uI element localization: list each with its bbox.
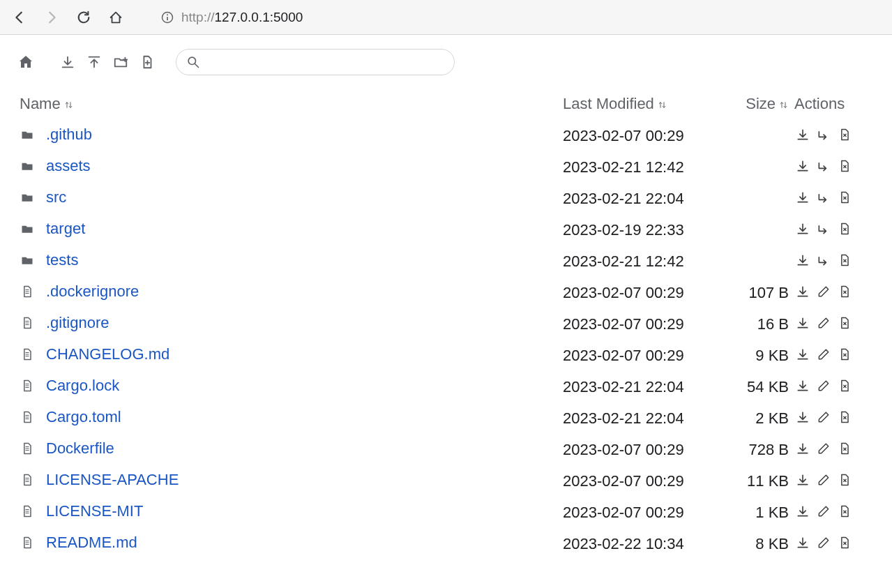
delete-button[interactable]: [836, 126, 853, 143]
delete-button[interactable]: [836, 315, 853, 331]
delete-button[interactable]: [836, 440, 853, 457]
sort-icon: [657, 100, 667, 110]
edit-button[interactable]: [815, 315, 832, 331]
table-row: LICENSE-MIT2023-02-07 00:291 KB: [17, 497, 875, 528]
col-header-size[interactable]: Size: [727, 95, 792, 120]
delete-button[interactable]: [836, 220, 853, 237]
modified-cell: 2023-02-21 12:42: [560, 151, 727, 183]
file-icon: [20, 315, 35, 331]
name-cell: .github: [17, 120, 560, 151]
file-icon: [20, 472, 35, 488]
download-button[interactable]: [794, 126, 811, 143]
forward-button[interactable]: [42, 8, 61, 27]
delete-button[interactable]: [836, 534, 853, 551]
name-cell: CHANGELOG.md: [17, 340, 560, 371]
download-button[interactable]: [794, 315, 811, 331]
file-link[interactable]: CHANGELOG.md: [20, 345, 169, 363]
download-button[interactable]: [794, 377, 811, 394]
edit-button[interactable]: [815, 503, 832, 520]
delete-button[interactable]: [836, 377, 853, 394]
size-cell: 2 KB: [727, 402, 792, 434]
size-cell: 54 KB: [727, 371, 792, 402]
address-bar[interactable]: http://127.0.0.1:5000: [152, 6, 870, 29]
size-cell: 16 B: [727, 308, 792, 340]
table-row: Cargo.toml2023-02-21 22:042 KB: [17, 402, 875, 434]
delete-button[interactable]: [836, 346, 853, 363]
delete-button[interactable]: [836, 472, 853, 488]
download-button[interactable]: [794, 472, 811, 488]
move-button[interactable]: [815, 252, 832, 269]
file-link[interactable]: .github: [20, 126, 92, 144]
home-button[interactable]: [106, 8, 126, 27]
edit-button[interactable]: [815, 283, 832, 300]
size-cell: 107 B: [727, 277, 792, 308]
modified-cell: 2023-02-07 00:29: [560, 434, 727, 465]
edit-button[interactable]: [815, 409, 832, 425]
home-link[interactable]: [17, 53, 35, 71]
modified-cell: 2023-02-21 12:42: [560, 246, 727, 277]
file-name: target: [46, 220, 85, 238]
file-link[interactable]: LICENSE-MIT: [20, 502, 143, 520]
new-folder-button[interactable]: [112, 53, 130, 71]
col-header-name[interactable]: Name: [17, 95, 560, 120]
edit-button[interactable]: [815, 440, 832, 457]
file-link[interactable]: Cargo.lock: [20, 377, 119, 395]
move-button[interactable]: [815, 126, 832, 143]
download-button[interactable]: [794, 346, 811, 363]
delete-button[interactable]: [836, 189, 853, 206]
search-icon: [186, 55, 200, 69]
download-button[interactable]: [794, 252, 811, 269]
download-button[interactable]: [794, 158, 811, 174]
file-link[interactable]: src: [20, 188, 66, 206]
file-link[interactable]: Cargo.toml: [20, 408, 121, 426]
modified-cell: 2023-02-21 22:04: [560, 371, 727, 402]
reload-button[interactable]: [74, 8, 93, 27]
download-button[interactable]: [794, 189, 811, 206]
file-link[interactable]: target: [20, 220, 85, 238]
actions-cell: [792, 465, 875, 497]
file-link[interactable]: .gitignore: [20, 314, 109, 332]
delete-button[interactable]: [836, 283, 853, 300]
file-link[interactable]: LICENSE-APACHE: [20, 471, 179, 489]
name-cell: src: [17, 183, 560, 214]
upload-button[interactable]: [85, 53, 103, 71]
site-info-icon[interactable]: [160, 10, 174, 24]
col-header-modified[interactable]: Last Modified: [560, 95, 727, 120]
new-file-button[interactable]: [138, 53, 156, 71]
file-link[interactable]: tests: [20, 251, 78, 269]
table-row: target2023-02-19 22:33: [17, 214, 875, 246]
actions-cell: [792, 183, 875, 214]
move-button[interactable]: [815, 189, 832, 206]
back-button[interactable]: [10, 8, 29, 27]
file-link[interactable]: Dockerfile: [20, 439, 114, 458]
file-icon: [20, 284, 35, 299]
move-button[interactable]: [815, 220, 832, 237]
download-button[interactable]: [794, 534, 811, 551]
edit-button[interactable]: [815, 534, 832, 551]
table-row: tests2023-02-21 12:42: [17, 246, 875, 277]
size-cell: 728 B: [727, 434, 792, 465]
download-all-button[interactable]: [59, 53, 77, 71]
delete-button[interactable]: [836, 409, 853, 425]
download-button[interactable]: [794, 503, 811, 520]
file-link[interactable]: assets: [20, 157, 91, 175]
download-button[interactable]: [794, 220, 811, 237]
size-cell: 1 KB: [727, 497, 792, 528]
edit-button[interactable]: [815, 346, 832, 363]
search-input[interactable]: [207, 56, 444, 68]
delete-button[interactable]: [836, 252, 853, 269]
edit-button[interactable]: [815, 377, 832, 394]
download-button[interactable]: [794, 409, 811, 425]
search-box[interactable]: [176, 49, 455, 75]
col-header-modified-label: Last Modified: [563, 95, 654, 112]
file-link[interactable]: .dockerignore: [20, 282, 139, 301]
download-button[interactable]: [794, 440, 811, 457]
modified-cell: 2023-02-07 00:29: [560, 308, 727, 340]
file-link[interactable]: README.md: [20, 534, 137, 552]
move-button[interactable]: [815, 158, 832, 174]
edit-button[interactable]: [815, 472, 832, 488]
actions-cell: [792, 371, 875, 402]
delete-button[interactable]: [836, 158, 853, 174]
download-button[interactable]: [794, 283, 811, 300]
delete-button[interactable]: [836, 503, 853, 520]
